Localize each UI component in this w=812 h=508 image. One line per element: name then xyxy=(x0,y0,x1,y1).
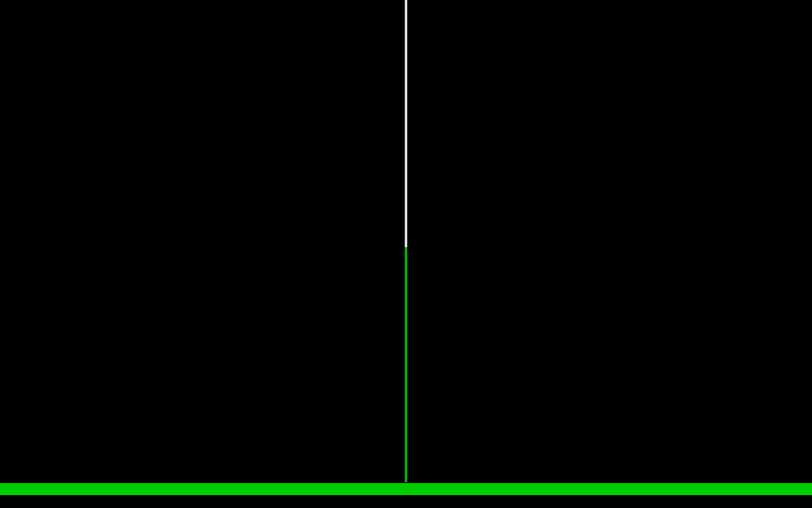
htop-pane xyxy=(0,0,406,483)
shell-pane[interactable] xyxy=(412,0,812,483)
tmux-status-bar xyxy=(0,483,812,496)
tmux-pane-divider[interactable] xyxy=(405,247,407,482)
tmux-pane-divider[interactable] xyxy=(405,0,407,247)
terminal-screen xyxy=(0,0,812,508)
